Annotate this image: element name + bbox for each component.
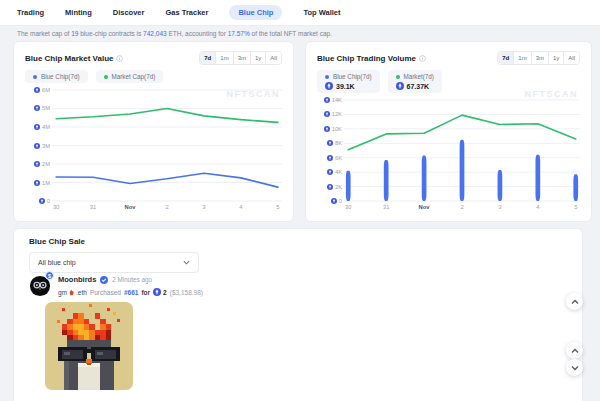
- scroll-up-button[interactable]: [566, 342, 583, 359]
- dropdown-value: All blue chip: [38, 259, 76, 266]
- market-value-plot[interactable]: [52, 90, 282, 201]
- chevron-down-icon: [183, 260, 190, 265]
- eth-icon: [34, 124, 40, 130]
- x-axis-labels: 3031Nov2345: [344, 204, 580, 214]
- nft-image[interactable]: [45, 302, 133, 390]
- eth-icon: [327, 155, 333, 161]
- trading-volume-plot[interactable]: [344, 100, 580, 201]
- avatar[interactable]: $: [29, 275, 51, 297]
- eth-icon: [34, 87, 40, 93]
- y-axis-labels: 6M5M4M3M2M1M0: [25, 90, 52, 201]
- eth-icon: [324, 126, 330, 132]
- legend-total: 67.37K: [407, 83, 430, 90]
- x-tick-label: Nov: [125, 204, 136, 210]
- legend-pill[interactable]: Market Cap(7d): [96, 70, 164, 83]
- legend-dot-icon: [33, 75, 37, 79]
- range-button-1y[interactable]: 1y: [548, 52, 563, 64]
- eth-icon: [39, 198, 45, 204]
- eth-icon: [324, 111, 330, 117]
- sale-timestamp: 2 Minutes ago: [112, 276, 152, 283]
- collection-name[interactable]: Moonbirds: [58, 275, 96, 284]
- eth-icon: [327, 184, 333, 190]
- y-tick-label: 4M: [34, 124, 50, 130]
- sale-price-eth: 2: [153, 288, 167, 296]
- chart-title: Blue Chip Trading Volume: [317, 54, 416, 63]
- legend-dot-icon: [104, 75, 108, 79]
- time-range-selector: 7d1m3m1yAll: [199, 51, 282, 65]
- range-button-1m[interactable]: 1m: [513, 52, 530, 64]
- x-tick-label: 31: [383, 204, 389, 210]
- y-tick-label: 4K: [327, 169, 342, 175]
- y-tick-label: 0: [331, 198, 342, 204]
- verified-badge-icon: [100, 276, 108, 284]
- chevron-up-icon: [571, 348, 579, 354]
- x-tick-label: 3: [202, 204, 205, 210]
- top-nav-items: TradingMintingDiscoverGas TrackerBlue Ch…: [17, 5, 341, 20]
- y-tick-label: 6M: [34, 87, 50, 93]
- x-tick-label: 31: [90, 204, 96, 210]
- y-tick-label: 8K: [327, 140, 342, 146]
- y-tick-label: 6K: [327, 155, 342, 161]
- moonbird-661-art: [45, 302, 133, 390]
- info-icon[interactable]: [116, 55, 123, 62]
- chart-title: Blue Chip Market Value: [25, 54, 113, 63]
- range-button-1y[interactable]: 1y: [250, 52, 265, 64]
- collection-filter-dropdown[interactable]: All blue chip: [29, 252, 199, 273]
- x-tick-label: 3: [498, 204, 501, 210]
- scroll-top-button[interactable]: [566, 293, 583, 310]
- range-button-7d[interactable]: 7d: [200, 52, 215, 64]
- x-tick-label: Nov: [419, 204, 430, 210]
- range-button-all[interactable]: All: [563, 52, 579, 64]
- legend-total: 39.1K: [336, 83, 355, 90]
- trading-volume-card: Blue Chip Trading Volume 7d1m3m1yAll Blu…: [305, 41, 592, 222]
- eth-icon: [396, 82, 404, 90]
- nav-item-blue-chip[interactable]: Blue Chip: [229, 5, 282, 20]
- range-button-3m[interactable]: 3m: [531, 52, 548, 64]
- x-tick-label: 4: [536, 204, 539, 210]
- eth-icon: [153, 288, 161, 296]
- buyer-ens-name[interactable]: gm.eth: [58, 289, 87, 296]
- legend-dot-icon: [325, 75, 329, 79]
- nav-item-minting[interactable]: Minting: [65, 8, 92, 17]
- range-button-1m[interactable]: 1m: [215, 52, 232, 64]
- legend-dot-icon: [396, 75, 400, 79]
- scroll-down-button[interactable]: [566, 359, 583, 376]
- range-button-3m[interactable]: 3m: [233, 52, 250, 64]
- market-cap-summary: The market cap of 19 blue-chip contracts…: [17, 30, 332, 37]
- nav-item-trading[interactable]: Trading: [17, 8, 44, 17]
- token-id-link[interactable]: #661: [124, 289, 138, 296]
- range-button-all[interactable]: All: [265, 52, 281, 64]
- x-tick-label: 5: [276, 204, 279, 210]
- y-tick-label: 10K: [324, 126, 342, 132]
- eth-icon: [34, 105, 40, 111]
- y-axis-labels: 14K12K10K8K6K4K2K0: [317, 100, 344, 201]
- eth-icon: [34, 180, 40, 186]
- legend-pill[interactable]: Market(7d)67.37K: [388, 70, 442, 93]
- market-cap-percent: 17.57%: [228, 30, 250, 37]
- info-icon[interactable]: [419, 55, 426, 62]
- top-nav: TradingMintingDiscoverGas TrackerBlue Ch…: [0, 0, 600, 26]
- y-tick-label: 5M: [34, 105, 50, 111]
- range-button-7d[interactable]: 7d: [498, 52, 513, 64]
- y-tick-label: 2M: [34, 161, 50, 167]
- eth-icon: [34, 143, 40, 149]
- eth-icon: [324, 97, 330, 103]
- x-axis-labels: 3031Nov2345: [52, 204, 282, 214]
- nav-item-top-wallet[interactable]: Top Wallet: [303, 8, 340, 17]
- sale-feed-item: $ Moonbirds 2 Minutes ago gm.eth Purchas…: [29, 275, 203, 297]
- eth-icon: [34, 161, 40, 167]
- x-tick-label: 2: [460, 204, 463, 210]
- x-tick-label: 2: [165, 204, 168, 210]
- x-tick-label: 30: [53, 204, 59, 210]
- nav-item-discover[interactable]: Discover: [113, 8, 145, 17]
- chart-legend: Blue Chip(7d)39.1KMarket(7d)67.37K: [317, 70, 580, 93]
- time-range-selector: 7d1m3m1yAll: [497, 51, 580, 65]
- eth-icon: [331, 198, 337, 204]
- eth-icon: [327, 169, 333, 175]
- legend-pill[interactable]: Blue Chip(7d): [25, 70, 88, 83]
- nav-item-gas-tracker[interactable]: Gas Tracker: [165, 8, 208, 17]
- chevron-down-icon: [571, 365, 579, 371]
- x-tick-label: 5: [574, 204, 577, 210]
- y-tick-label: 12K: [324, 111, 342, 117]
- legend-pill[interactable]: Blue Chip(7d)39.1K: [317, 70, 380, 93]
